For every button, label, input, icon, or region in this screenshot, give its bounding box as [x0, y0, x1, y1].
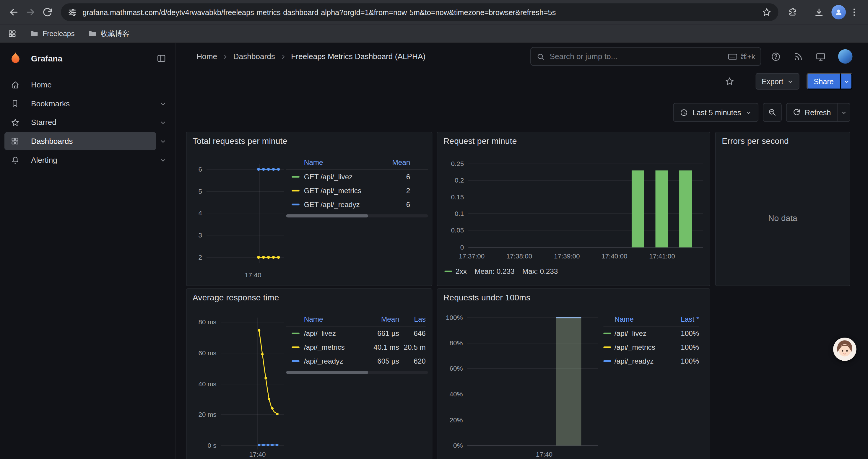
sidebar-item-bookmarks[interactable]: Bookmarks: [0, 94, 176, 113]
series-name[interactable]: /api/_metrics: [304, 343, 367, 352]
legend-header-mean[interactable]: Mean: [377, 158, 410, 167]
sidebar-nav: Home Bookmarks Starred: [0, 75, 176, 169]
bookmark-label: 收藏博客: [101, 28, 129, 38]
no-data-message: No data: [716, 213, 850, 222]
legend-header-name[interactable]: Name: [304, 315, 367, 323]
chevron-down-icon[interactable]: [159, 156, 167, 163]
legend-scrollbar[interactable]: [286, 214, 428, 218]
favorite-star-icon[interactable]: [725, 76, 735, 87]
back-icon: [8, 6, 19, 18]
share-menu-button[interactable]: [841, 73, 852, 90]
panel-title[interactable]: Requests under 100ms: [443, 293, 530, 302]
panel-errors-per-second[interactable]: Errors per second No data: [715, 132, 850, 286]
legend-row[interactable]: /api/_readyz 605 µs 620: [286, 354, 426, 368]
reload-button[interactable]: [39, 4, 55, 21]
y-tick: 0 s: [190, 441, 217, 450]
scrollbar-thumb[interactable]: [286, 371, 368, 374]
user-avatar[interactable]: [838, 49, 852, 64]
y-tick: 0.25: [440, 160, 464, 168]
series-name[interactable]: /api/_metrics: [615, 343, 664, 352]
legend-header-name[interactable]: Name: [304, 158, 377, 167]
downloads-button[interactable]: [810, 4, 827, 21]
search-input[interactable]: [550, 52, 728, 61]
x-tick: 17:40: [245, 450, 270, 459]
legend-row[interactable]: /api/_livez 661 µs 646: [286, 326, 426, 340]
grafana-logo[interactable]: [9, 52, 22, 65]
series-last: 100%: [664, 329, 699, 338]
time-range-picker[interactable]: Last 5 minutes: [673, 103, 758, 122]
series-name[interactable]: 2xx: [456, 267, 467, 275]
sidebar-item-dashboards[interactable]: Dashboards: [0, 132, 176, 151]
browser-window: grafana.mathmast.com/d/deytv4rwavabkb/fr…: [0, 0, 868, 459]
legend-header-mean[interactable]: Mean: [367, 315, 399, 323]
sidebar-item-alerting[interactable]: Alerting: [0, 151, 176, 169]
legend-row[interactable]: GET /api/_readyz 6: [286, 198, 428, 211]
legend-row[interactable]: /api/_metrics 40.1 ms 20.5 m: [286, 340, 426, 354]
panel-title[interactable]: Average response time: [193, 293, 279, 302]
bookmark-folder[interactable]: 收藏博客: [88, 28, 130, 38]
panel-avg-response-time[interactable]: Average response time 80 ms 60 ms: [186, 288, 433, 459]
chevron-down-icon[interactable]: [159, 138, 167, 145]
browser-profile-avatar[interactable]: [831, 5, 846, 20]
assistant-avatar[interactable]: [833, 338, 857, 361]
sidebar-item-home[interactable]: Home: [0, 75, 176, 94]
y-tick: 0: [440, 243, 464, 252]
site-settings-icon[interactable]: [68, 7, 77, 17]
apps-grid-icon[interactable]: [8, 29, 17, 38]
refresh-button[interactable]: Refresh: [786, 103, 838, 122]
share-button[interactable]: Share: [807, 73, 841, 90]
search-icon: [536, 52, 545, 61]
news-rss-icon[interactable]: [793, 52, 803, 61]
chevron-down-icon[interactable]: [159, 119, 167, 126]
scrollbar-thumb[interactable]: [286, 214, 368, 218]
series-swatch-yellow: [291, 347, 299, 348]
series-name[interactable]: GET /api/_readyz: [304, 200, 377, 208]
legend-row[interactable]: GET /api/_livez 6: [286, 170, 428, 184]
bookmark-star-icon[interactable]: [762, 7, 772, 17]
search-bar[interactable]: ⌘+k: [530, 47, 761, 66]
panel-title[interactable]: Errors per second: [722, 136, 789, 145]
chevron-down-icon[interactable]: [159, 100, 167, 107]
sidebar-item-starred[interactable]: Starred: [0, 113, 176, 132]
url-text[interactable]: grafana.mathmast.com/d/deytv4rwavabkb/fr…: [83, 8, 762, 16]
series-name[interactable]: /api/_readyz: [615, 357, 664, 365]
export-button[interactable]: Export: [756, 73, 800, 90]
brand-name: Grafana: [31, 54, 62, 63]
legend-scrollbar[interactable]: [286, 371, 428, 374]
legend-row[interactable]: GET /api/_metrics 2: [286, 184, 428, 198]
browser-menu-button[interactable]: [846, 4, 862, 21]
legend-row[interactable]: /api/_metrics 100%: [603, 340, 699, 354]
panel-requests-under-100ms[interactable]: Requests under 100ms 100% 80% 60% 40% 20…: [437, 288, 710, 459]
url-bar[interactable]: grafana.mathmast.com/d/deytv4rwavabkb/fr…: [61, 3, 778, 21]
monitor-icon[interactable]: [815, 51, 826, 62]
series-name[interactable]: /api/_livez: [304, 329, 367, 338]
series-name[interactable]: /api/_livez: [615, 329, 664, 338]
panel-total-requests[interactable]: Total requests per minute 6 5: [186, 132, 433, 286]
breadcrumb-dashboards[interactable]: Dashboards: [234, 52, 275, 61]
series-name[interactable]: /api/_readyz: [304, 357, 367, 365]
zoom-out-button[interactable]: [763, 103, 781, 122]
refresh-interval-button[interactable]: [837, 103, 850, 122]
y-tick: 5: [186, 187, 202, 196]
sidebar-item-label: Alerting: [31, 156, 57, 165]
legend-row[interactable]: /api/_readyz 100%: [603, 354, 699, 368]
panel-title[interactable]: Total requests per minute: [193, 136, 287, 145]
dashboard-actions: Export Share: [176, 70, 868, 93]
panel-title[interactable]: Request per minute: [443, 136, 517, 145]
panel-request-per-minute[interactable]: Request per minute 0.25 0.2: [437, 132, 710, 286]
legend-header-last[interactable]: Las: [399, 315, 426, 323]
back-button[interactable]: [6, 4, 22, 21]
extensions-button[interactable]: [784, 4, 800, 21]
forward-button[interactable]: [22, 4, 39, 21]
bookmark-folder[interactable]: Freeleaps: [30, 29, 74, 38]
legend-table: Name Mean GET /api/_livez 6 GET /api/_me…: [286, 156, 428, 211]
series-name[interactable]: GET /api/_metrics: [304, 186, 377, 195]
legend-header-name[interactable]: Name: [615, 315, 664, 323]
legend-header-last[interactable]: Last *: [664, 315, 699, 323]
legend-row[interactable]: /api/_livez 100%: [603, 326, 699, 340]
breadcrumb-home[interactable]: Home: [196, 52, 217, 61]
sidebar-collapse-button[interactable]: [156, 53, 167, 64]
sidebar-item-label: Dashboards: [31, 137, 73, 145]
series-name[interactable]: GET /api/_livez: [304, 173, 377, 181]
help-icon[interactable]: [771, 51, 781, 62]
